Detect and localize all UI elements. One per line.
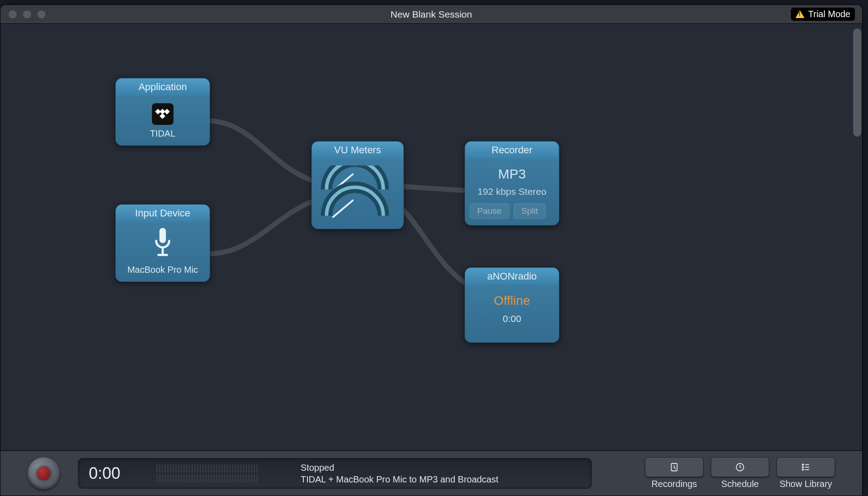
transport-chain: TIDAL + MacBook Pro Mic to MP3 and Broad… [301, 473, 498, 485]
record-icon [37, 467, 50, 480]
app-window: New Blank Session Trial Mode Application… [0, 5, 863, 496]
level-meter [156, 463, 287, 484]
trial-mode-label: Trial Mode [808, 9, 850, 19]
titlebar: New Blank Session Trial Mode [0, 5, 862, 24]
svg-rect-0 [160, 228, 166, 243]
tidal-icon [152, 103, 174, 125]
transport-display: 0:00 Stopped TIDAL + MacBook Pro Mic to … [78, 458, 592, 489]
vertical-scrollbar[interactable] [853, 28, 861, 137]
window-controls [9, 10, 46, 18]
svg-point-9 [802, 469, 804, 470]
list-icon [801, 462, 811, 472]
transport-status: Stopped [301, 462, 498, 473]
transport-status-text: Stopped TIDAL + MacBook Pro Mic to MP3 a… [301, 462, 498, 485]
svg-rect-2 [157, 254, 168, 256]
node-broadcast-title: aNONradio [465, 268, 559, 285]
vu-meter-icon [312, 159, 403, 220]
node-recorder[interactable]: Recorder MP3 192 kbps Stereo Pause Split [465, 141, 559, 225]
broadcast-status: Offline [494, 294, 530, 308]
node-input-device[interactable]: Input Device MacBook Pro Mic [115, 204, 210, 282]
node-vu-meters-title: VU Meters [312, 142, 403, 159]
node-broadcast[interactable]: aNONradio Offline 0:00 [465, 267, 559, 343]
node-input-device-title: Input Device [116, 205, 210, 222]
zoom-button[interactable] [37, 10, 46, 18]
node-application[interactable]: Application TIDAL [115, 78, 210, 146]
warning-icon [795, 10, 804, 18]
schedule-label: Schedule [721, 479, 758, 489]
schedule-button[interactable] [711, 457, 769, 477]
recorder-quality: 192 kbps Stereo [478, 186, 547, 197]
recordings-label: Recordings [651, 479, 697, 489]
transport-time: 0:00 [89, 464, 156, 483]
clock-icon [735, 462, 745, 472]
trial-mode-badge[interactable]: Trial Mode [791, 8, 855, 21]
node-application-label: TIDAL [150, 129, 176, 139]
recorder-split-button[interactable]: Split [514, 203, 546, 219]
session-canvas[interactable]: Application TIDAL Input Device MacBook P… [0, 24, 862, 450]
recordings-icon [669, 462, 679, 472]
record-button[interactable] [27, 457, 60, 490]
svg-rect-1 [162, 248, 164, 254]
node-recorder-title: Recorder [465, 142, 559, 159]
recorder-pause-button[interactable]: Pause [470, 203, 509, 219]
microphone-icon [151, 227, 174, 261]
show-library-button[interactable] [777, 457, 835, 477]
window-title: New Blank Session [0, 9, 862, 20]
node-vu-meters[interactable]: VU Meters [311, 141, 404, 229]
show-library-label: Show Library [780, 479, 832, 489]
recorder-format: MP3 [498, 166, 526, 182]
svg-point-7 [802, 464, 804, 465]
minimize-button[interactable] [23, 10, 31, 18]
close-button[interactable] [9, 10, 17, 18]
recordings-button[interactable] [645, 457, 704, 477]
transport-toolbar: 0:00 Stopped TIDAL + MacBook Pro Mic to … [0, 450, 862, 496]
broadcast-time: 0:00 [503, 313, 521, 324]
svg-point-8 [802, 467, 804, 468]
node-input-device-label: MacBook Pro Mic [128, 265, 198, 275]
node-application-title: Application [116, 78, 210, 96]
